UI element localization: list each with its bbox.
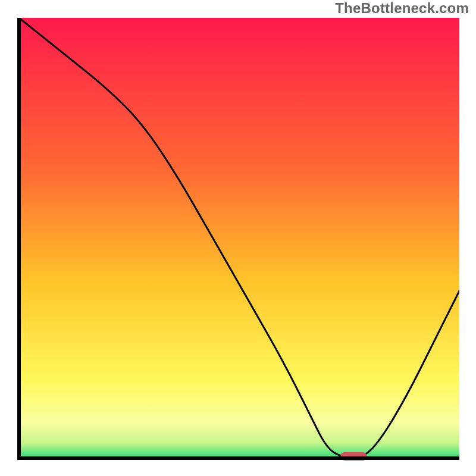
chart-container: TheBottleneck.com xyxy=(0,0,476,476)
plot-background xyxy=(19,18,459,458)
watermark-text: TheBottleneck.com xyxy=(335,0,469,17)
bottleneck-chart xyxy=(0,0,476,476)
